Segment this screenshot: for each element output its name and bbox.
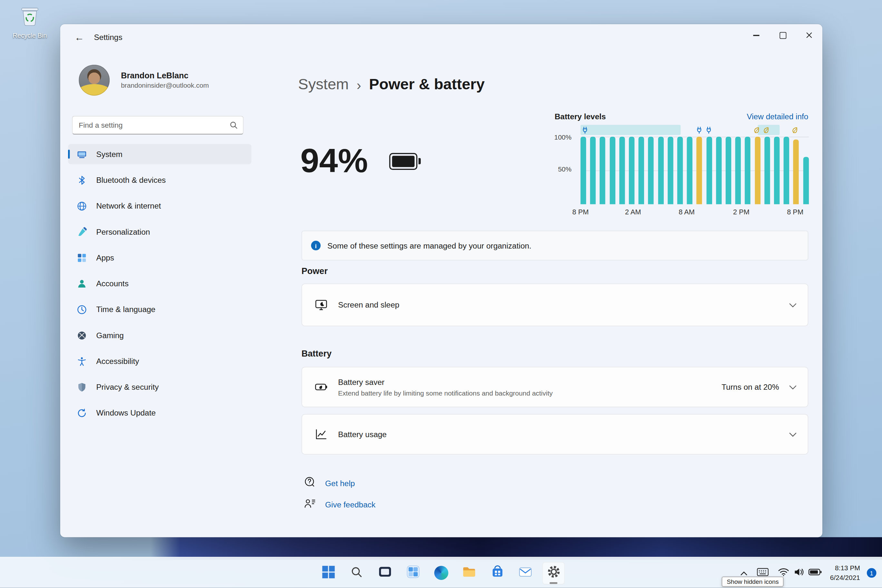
maximize-icon [780, 32, 786, 39]
give-feedback-link[interactable]: Give feedback [325, 500, 375, 509]
mail-button[interactable] [514, 562, 537, 584]
battery-bar [610, 136, 615, 204]
chevron-down-icon [789, 300, 796, 310]
battery-bar [754, 136, 760, 204]
task-view-button[interactable] [374, 562, 396, 584]
battery-bar [697, 136, 702, 204]
x-tick-label: 2 AM [625, 208, 641, 216]
settings-window: ← Settings [60, 24, 822, 537]
edge-button[interactable] [430, 562, 452, 584]
file-explorer-button[interactable] [458, 562, 480, 584]
section-heading-battery: Battery [302, 349, 332, 359]
desktop-wallpaper [151, 537, 882, 560]
start-icon [322, 565, 335, 581]
sidebar-item-apps[interactable]: Apps [68, 248, 252, 268]
breadcrumb-parent[interactable]: System [298, 76, 349, 93]
sidebar-item-label: Personalization [96, 227, 150, 236]
minimize-icon [753, 35, 759, 36]
sidebar-item-label: Bluetooth & devices [96, 176, 166, 184]
back-arrow-icon: ← [75, 32, 84, 43]
card-title: Screen and sleep [338, 300, 399, 309]
sidebar-item-gaming[interactable]: Gaming [68, 325, 252, 346]
sidebar-item-network-internet[interactable]: Network & internet [68, 196, 252, 216]
close-button[interactable] [796, 24, 822, 47]
sidebar-nav: System Bluetooth & devices [68, 144, 252, 429]
mail-icon [518, 564, 532, 581]
microsoft-store-button[interactable] [486, 562, 509, 584]
minimize-button[interactable] [743, 24, 770, 47]
battery-saver-card[interactable]: Battery saver Extend battery life by lim… [302, 367, 808, 408]
battery-bar [794, 139, 799, 204]
system-icon [76, 148, 87, 160]
battery-usage-card[interactable]: Battery usage [302, 414, 808, 454]
plug-marker-icon [696, 126, 702, 136]
sidebar: Brandon LeBlanc brandoninsider@outlook.c… [60, 51, 298, 537]
section-heading-power: Power [302, 266, 327, 276]
edge-icon [434, 566, 448, 580]
back-button[interactable]: ← [69, 29, 90, 47]
recycle-bin-icon [17, 3, 42, 30]
recycle-bin-shortcut[interactable]: Recycle Bin [8, 3, 52, 39]
desktop: Recycle Bin ← Settings [0, 0, 882, 588]
avatar [79, 65, 110, 96]
notification-badge[interactable]: 1 [867, 568, 876, 578]
sidebar-item-label: Accounts [96, 279, 128, 288]
microsoft-store-icon [490, 565, 504, 581]
plug-marker-icon [706, 126, 712, 136]
profile-name: Brandon LeBlanc [121, 71, 209, 80]
battery-bar [580, 136, 586, 204]
sidebar-item-bluetooth-devices[interactable]: Bluetooth & devices [68, 170, 252, 190]
widgets-button[interactable] [402, 562, 424, 584]
page-title: Power & battery [369, 76, 485, 93]
clock-time: 8:13 PM [830, 564, 860, 573]
get-help-link[interactable]: Get help [325, 479, 355, 488]
sidebar-item-privacy-security[interactable]: Privacy & security [68, 377, 252, 397]
file-explorer-icon [462, 564, 477, 581]
battery-saver-icon [314, 380, 328, 394]
chart-marker-strip [580, 125, 809, 135]
eco-marker-icon [763, 126, 769, 136]
y-tick-label: 100% [534, 134, 572, 141]
windows-update-icon [76, 407, 87, 418]
search-input[interactable] [72, 116, 243, 134]
clock-date: 6/24/2021 [830, 573, 860, 582]
show-hidden-icons-tooltip: Show hidden icons [722, 577, 784, 587]
close-icon [806, 30, 812, 40]
titlebar: ← Settings [60, 24, 822, 51]
battery-icon [389, 153, 417, 170]
window-title: Settings [94, 33, 122, 42]
battery-bar [716, 136, 722, 204]
chevron-right-icon: › [357, 76, 361, 93]
battery-usage-icon [314, 428, 328, 441]
view-detailed-info-link[interactable]: View detailed info [747, 112, 808, 121]
settings-app-button[interactable] [542, 562, 565, 584]
taskbar-search-button[interactable] [345, 562, 368, 584]
volume-icon [794, 567, 803, 579]
start-button[interactable] [317, 562, 340, 584]
bluetooth-icon [76, 174, 87, 186]
battery-levels-chart [580, 136, 809, 204]
battery-bar [706, 136, 712, 204]
sidebar-item-personalization[interactable]: Personalization [68, 222, 252, 242]
sidebar-item-accounts[interactable]: Accounts [68, 273, 252, 294]
sidebar-item-accessibility[interactable]: Accessibility [68, 351, 252, 371]
card-title: Battery saver [338, 378, 385, 387]
profile[interactable]: Brandon LeBlanc brandoninsider@outlook.c… [79, 65, 209, 96]
sidebar-item-windows-update[interactable]: Windows Update [68, 403, 252, 423]
battery-bar [590, 136, 596, 204]
battery-saver-setting-value: Turns on at 20% [722, 382, 779, 392]
get-help-icon [304, 476, 316, 490]
x-tick-label: 8 PM [787, 208, 803, 216]
x-tick-label: 2 PM [733, 208, 750, 216]
eco-marker-icon [791, 126, 798, 136]
maximize-button[interactable] [770, 24, 796, 47]
x-tick-label: 8 PM [572, 208, 589, 216]
sidebar-item-system[interactable]: System [68, 144, 252, 164]
screen-and-sleep-card[interactable]: Screen and sleep [302, 284, 808, 326]
taskbar-clock[interactable]: 8:13 PM 6/24/2021 [826, 564, 863, 582]
battery-bar [764, 136, 770, 204]
sidebar-item-label: Gaming [96, 331, 124, 340]
gaming-icon [76, 330, 87, 341]
chart-title: Battery levels [555, 112, 606, 121]
sidebar-item-time-language[interactable]: Time & language [68, 299, 252, 320]
